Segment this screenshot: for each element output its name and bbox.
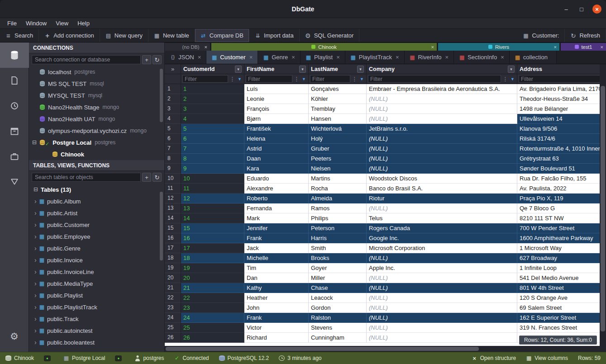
filter-menu-icon[interactable]: ⋮ (294, 76, 300, 82)
cell-address[interactable]: Ullevålsveien 14 (517, 114, 606, 124)
cell-lastname[interactable]: Goyer (309, 263, 367, 273)
cell-address[interactable]: Rilská 3174/6 (517, 134, 606, 144)
cell-company[interactable]: (NULL) (367, 164, 517, 174)
cell-address[interactable]: Grétrystraat 63 (517, 154, 606, 164)
horizontal-scroll-thumb[interactable] (166, 347, 479, 351)
cell-address[interactable]: Praça Pio X, 119 (517, 194, 606, 203)
table-list-item[interactable]: › ▦ public.Playlist (29, 289, 164, 301)
cell-firstname[interactable]: Frank (244, 233, 309, 243)
row-number-cell[interactable]: 26 (165, 333, 181, 343)
row-number-cell[interactable]: 1 (165, 84, 181, 94)
filter-input-company[interactable] (368, 75, 501, 83)
tables-group-row[interactable]: ⊟ Tables (13) (29, 184, 164, 195)
cell-firstname[interactable]: Daan (244, 154, 309, 164)
cell-address[interactable]: 319 N. Frances Street (517, 323, 606, 333)
chevron-right-icon[interactable]: › (34, 268, 37, 275)
cell-company[interactable]: Embraer - Empresa Brasileira de Aeronáut… (367, 84, 517, 94)
cell-lastname[interactable]: Holý (309, 134, 367, 144)
table-list-item[interactable]: › ▦ public.Album (29, 195, 164, 207)
cell-company[interactable]: (NULL) (367, 313, 517, 323)
connection-item[interactable]: ✓ MS SQL TEST mssql (29, 78, 164, 90)
database-tab-group[interactable]: test1 × (561, 43, 606, 51)
cell-customerid[interactable]: 17 (181, 243, 244, 253)
cell-address[interactable]: Rotenturmstraße 4, 1010 Innere Stadt (517, 144, 606, 154)
status-action[interactable]: View columns (526, 355, 568, 361)
cell-lastname[interactable]: Wichterlová (309, 124, 367, 134)
connection-item[interactable]: ✓ localhost postgres (29, 66, 164, 78)
cell-firstname[interactable]: Alexandre (244, 184, 309, 194)
column-header-customerid[interactable]: CustomerId ▾ (181, 64, 244, 74)
cell-customerid[interactable]: 2 (181, 94, 244, 104)
tab[interactable]: PlaylistTrack × (345, 51, 405, 64)
row-number-cell[interactable]: 8 (165, 154, 181, 164)
table-list-item[interactable]: › ▦ public.Genre (29, 242, 164, 254)
cell-firstname[interactable]: Michelle (244, 253, 309, 263)
refresh-tables-button[interactable]: ↻ (153, 173, 162, 182)
cell-lastname[interactable]: Chase (309, 283, 367, 293)
cell-customerid[interactable]: 10 (181, 174, 244, 184)
row-number-cell[interactable]: 11 (165, 184, 181, 194)
cell-lastname[interactable]: Martins (309, 174, 367, 184)
cell-customerid[interactable]: 9 (181, 164, 244, 174)
cell-firstname[interactable]: Richard (244, 333, 309, 343)
row-number-cell[interactable]: 7 (165, 144, 181, 154)
cell-company[interactable]: JetBrains s.r.o. (367, 124, 517, 134)
cell-company[interactable]: (NULL) (367, 273, 517, 283)
table-list-item[interactable]: › ▦ public.Invoice (29, 254, 164, 266)
cell-firstname[interactable]: François (244, 104, 309, 114)
vertical-scrollbar[interactable] (600, 64, 606, 346)
column-header-firstname[interactable]: FirstName ▾ (244, 64, 309, 74)
cell-customerid[interactable]: 26 (181, 333, 244, 343)
column-menu-icon[interactable]: ▾ (235, 66, 242, 73)
cell-lastname[interactable]: Cunningham (309, 333, 367, 343)
cell-address[interactable]: 120 S Orange Ave (517, 293, 606, 303)
chevron-right-icon[interactable]: › (34, 303, 37, 311)
expander-icon[interactable]: ⊟ (32, 139, 37, 146)
horizontal-scrollbar[interactable] (165, 346, 600, 352)
cell-company[interactable]: Telus (367, 213, 517, 223)
cell-company[interactable]: (NULL) (367, 333, 517, 343)
cell-firstname[interactable]: John (244, 303, 309, 313)
cell-company[interactable]: Riotur (367, 194, 517, 203)
rail-item-files[interactable] (0, 68, 29, 93)
toolbar-button[interactable]: Import data (249, 29, 300, 42)
tab[interactable]: RiverInfo × (405, 51, 454, 64)
cell-firstname[interactable]: Mark (244, 213, 309, 223)
cell-firstname[interactable]: Bjørn (244, 114, 309, 124)
row-number-cell[interactable]: 18 (165, 253, 181, 263)
toolbar-button[interactable]: Compare DB (195, 29, 249, 42)
row-number-cell[interactable]: 23 (165, 303, 181, 313)
row-number-cell[interactable]: 20 (165, 273, 181, 283)
table-list-item[interactable]: › ▦ public.InvoiceLine (29, 266, 164, 278)
row-number-cell[interactable]: 2 (165, 94, 181, 104)
grid-corner-menu[interactable]: » (165, 64, 181, 74)
cell-firstname[interactable]: Jennifer (244, 223, 309, 233)
cell-firstname[interactable]: Helena (244, 134, 309, 144)
cell-customerid[interactable]: 22 (181, 293, 244, 303)
chevron-right-icon[interactable]: › (34, 245, 37, 252)
row-number-cell[interactable]: 5 (165, 124, 181, 134)
close-icon[interactable]: × (205, 44, 207, 50)
cell-firstname[interactable]: Frank (244, 313, 309, 323)
row-number-cell[interactable]: 4 (165, 114, 181, 124)
close-icon[interactable]: × (336, 54, 340, 61)
cell-lastname[interactable]: Tremblay (309, 104, 367, 114)
cell-firstname[interactable]: Eduardo (244, 174, 309, 184)
cell-company[interactable]: (NULL) (367, 114, 517, 124)
cell-customerid[interactable]: 11 (181, 184, 244, 194)
cell-company[interactable]: (NULL) (367, 94, 517, 104)
cell-address[interactable]: Rua Dr. Falcão Filho, 155 (517, 174, 606, 184)
close-icon[interactable]: × (291, 54, 295, 61)
cell-company[interactable]: (NULL) (367, 293, 517, 303)
toolbar-button[interactable]: New query (100, 29, 148, 42)
chevron-right-icon[interactable]: › (34, 339, 37, 346)
maximize-button[interactable]: □ (577, 5, 586, 14)
table-list-item[interactable]: › ▦ public.PlaylistTrack (29, 301, 164, 313)
row-number-cell[interactable]: 3 (165, 104, 181, 114)
close-icon[interactable]: × (249, 54, 253, 61)
cell-firstname[interactable]: Roberto (244, 194, 309, 203)
tab[interactable]: Genre × (258, 51, 301, 64)
cell-address[interactable]: 1498 rue Bélanger (517, 104, 606, 114)
cell-customerid[interactable]: 24 (181, 313, 244, 323)
column-menu-icon[interactable]: ▾ (508, 66, 515, 73)
